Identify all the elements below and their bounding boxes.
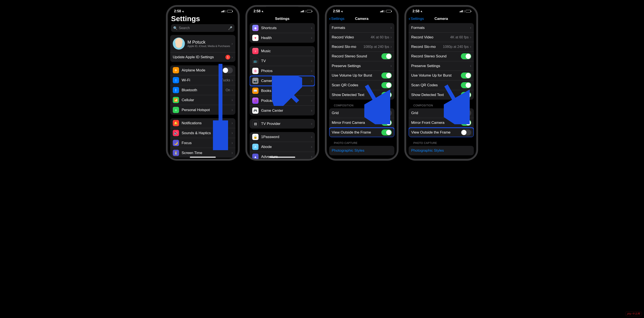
music-row[interactable]: ♪Music› <box>250 46 315 56</box>
mirror-switch[interactable] <box>382 120 392 126</box>
microphone-icon[interactable]: 🎤 <box>228 26 232 30</box>
books-row[interactable]: 📖Books› <box>250 86 315 96</box>
cellular-row[interactable]: 📶 Cellular › <box>170 95 236 105</box>
battery-icon <box>227 10 232 12</box>
volume-burst-switch[interactable] <box>461 72 471 78</box>
volume-burst-row[interactable]: Use Volume Up for Burst <box>408 71 474 80</box>
nav-title: Settings <box>275 16 290 21</box>
grid-switch[interactable] <box>382 110 392 116</box>
back-button[interactable]: ‹Settings <box>329 16 344 21</box>
sounds-icon: 🔊 <box>173 130 179 136</box>
signal-icon <box>380 10 383 12</box>
grid-row[interactable]: Grid <box>408 108 474 118</box>
nav-title: Camera <box>434 16 448 21</box>
notifications-row[interactable]: 🔔 Notifications › <box>170 118 236 128</box>
gamecenter-row[interactable]: 🎮Game Center› <box>250 106 315 115</box>
photographic-styles-row[interactable]: Photographic Styles <box>408 146 474 155</box>
tv-row[interactable]: 📺TV› <box>250 56 315 66</box>
location-icon <box>182 9 184 13</box>
home-indicator[interactable] <box>190 157 216 158</box>
airplane-mode-row[interactable]: ✈︎ Airplane Mode <box>170 65 236 75</box>
formats-row[interactable]: Formats› <box>329 23 394 32</box>
record-video-row[interactable]: Record Video4K at 60 fps› <box>329 32 394 42</box>
health-row[interactable]: ♥︎Health› <box>250 33 315 43</box>
photos-row[interactable]: 🌸Photos› <box>250 66 315 76</box>
adventure-row[interactable]: ▲Adventure› <box>250 152 315 159</box>
chevron-right-icon: › <box>232 151 233 155</box>
grid-row[interactable]: Grid <box>329 108 394 118</box>
detected-text-switch[interactable] <box>461 92 471 98</box>
nav-header: ‹Settings Camera <box>326 14 397 23</box>
settings-content: ◆Shortcuts› ♥︎Health› ♪Music› 📺TV› 🌸Phot… <box>247 23 318 159</box>
formats-row[interactable]: Formats› <box>408 23 474 32</box>
tvprovider-row[interactable]: ▤TV Provider› <box>250 119 315 129</box>
view-outside-row[interactable]: View Outside the Frame <box>329 128 394 137</box>
wifi-icon: 􀙇 <box>305 10 306 13</box>
podcasts-row[interactable]: 🟣Podcasts› <box>250 96 315 106</box>
scan-qr-row[interactable]: Scan QR Codes <box>408 80 474 90</box>
back-button[interactable]: ‹Settings <box>408 16 424 21</box>
detected-text-switch[interactable] <box>382 92 392 98</box>
screentime-row[interactable]: ⏳ Screen Time › <box>170 148 236 158</box>
record-slomo-row[interactable]: Record Slo-mo1080p at 240 fps› <box>408 42 474 51</box>
abode-row[interactable]: AAbode› <box>250 142 315 152</box>
profile-name: M Potuck <box>188 40 232 45</box>
capture-header: PHOTO CAPTURE <box>408 141 474 146</box>
shortcuts-icon: ◆ <box>252 25 258 31</box>
volume-burst-row[interactable]: Use Volume Up for Burst <box>329 71 394 80</box>
camera-content: Formats› Record Video4K at 60 fps› Recor… <box>406 23 476 159</box>
scan-qr-switch[interactable] <box>382 82 392 88</box>
abode-icon: A <box>252 144 258 150</box>
profile-row[interactable]: M Potuck Apple ID, iCloud, Media & Purch… <box>170 35 236 52</box>
tv-icon: 📺 <box>252 58 258 64</box>
bluetooth-row[interactable]: ᛒ Bluetooth On › <box>170 85 236 95</box>
signal-icon <box>221 10 224 12</box>
battery-icon <box>307 10 312 12</box>
adventure-icon: ▲ <box>252 154 258 159</box>
mirror-row[interactable]: Mirror Front Camera <box>329 118 394 128</box>
preserve-row[interactable]: Preserve Settings› <box>408 61 474 71</box>
mirror-switch[interactable] <box>461 120 471 126</box>
1password-row[interactable]: 🔒1Password› <box>250 132 315 142</box>
preserve-row[interactable]: Preserve Settings› <box>329 61 394 71</box>
search-input[interactable]: 🔍 Search 🎤 <box>171 24 234 32</box>
camera-row[interactable]: 📷Camera› <box>250 76 315 86</box>
scan-qr-switch[interactable] <box>461 82 471 88</box>
avatar <box>173 37 185 50</box>
record-video-row[interactable]: Record Video4K at 60 fps› <box>408 32 474 42</box>
sounds-row[interactable]: 🔊 Sounds & Haptics › <box>170 128 236 138</box>
scan-qr-row[interactable]: Scan QR Codes <box>329 80 394 90</box>
view-outside-switch[interactable] <box>382 129 392 135</box>
hotspot-row[interactable]: ⍟ Personal Hotspot › <box>170 105 236 115</box>
1password-icon: 🔒 <box>252 134 258 140</box>
phone-camera-off: 2:58 􀙇 ‹Settings Camera Formats› Record … <box>404 5 478 161</box>
volume-burst-switch[interactable] <box>382 72 392 78</box>
stereo-switch[interactable] <box>382 53 392 59</box>
record-slomo-row[interactable]: Record Slo-mo1080p at 240 fps› <box>329 42 394 51</box>
stereo-row[interactable]: Record Stereo Sound <box>329 51 394 61</box>
home-indicator[interactable] <box>269 157 295 158</box>
stereo-row[interactable]: Record Stereo Sound <box>408 51 474 61</box>
detected-text-row[interactable]: Show Detected Text <box>408 90 474 100</box>
view-outside-switch[interactable] <box>461 129 471 135</box>
phone-camera-on: 2:58 􀙇 ‹Settings Camera Formats› Record … <box>325 5 398 161</box>
grid-switch[interactable] <box>461 110 471 116</box>
notch <box>428 7 454 14</box>
nav-header: Settings <box>247 14 318 23</box>
shortcuts-row[interactable]: ◆Shortcuts› <box>250 23 315 33</box>
stereo-switch[interactable] <box>461 53 471 59</box>
battery-icon <box>386 10 391 12</box>
update-apple-id-row[interactable]: Update Apple ID Settings 1 › <box>170 52 236 62</box>
focus-row[interactable]: 🌙 Focus › <box>170 138 236 148</box>
view-outside-row[interactable]: View Outside the Frame <box>408 128 474 137</box>
chevron-right-icon: › <box>232 88 233 92</box>
location-icon <box>261 9 264 13</box>
wifi-row[interactable]: 􀙇 Wi-Fi Tucks › <box>170 75 236 85</box>
mirror-row[interactable]: Mirror Front Camera <box>408 118 474 128</box>
camera-icon: 📷 <box>252 78 258 84</box>
airplane-switch[interactable] <box>222 67 233 73</box>
detected-text-row[interactable]: Show Detected Text <box>329 90 394 100</box>
composition-header: COMPOSITION <box>408 103 474 108</box>
photographic-styles-row[interactable]: Photographic Styles <box>329 146 394 155</box>
health-icon: ♥︎ <box>252 35 258 41</box>
